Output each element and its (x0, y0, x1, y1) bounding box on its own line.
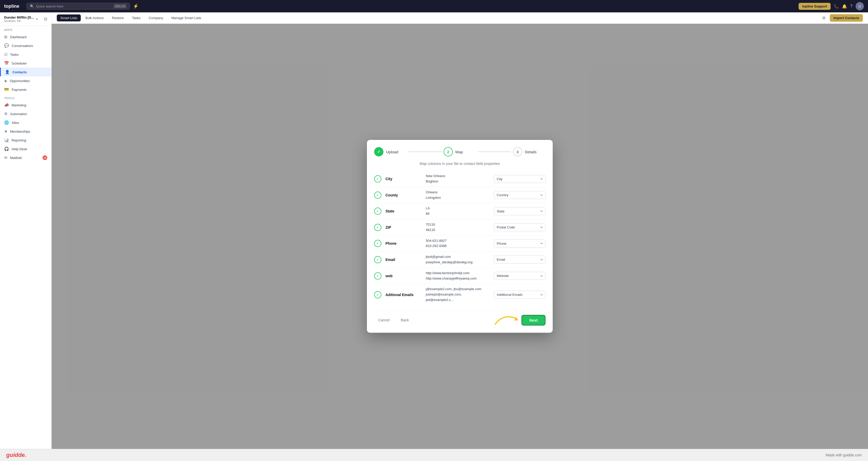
col-select-zip[interactable]: Postal Code Phone (494, 223, 546, 231)
col-samples-county: Orleans Livingston (426, 190, 490, 201)
select-email[interactable]: Email Phone (494, 255, 546, 264)
sidebar-item-label: Automation (10, 112, 27, 116)
sidebar-item-mailfold[interactable]: ✉ Mailfold 16 (0, 153, 51, 162)
modal-footer-left: Cancel Back (374, 316, 413, 324)
sidebar-item-opportunities[interactable]: ◈ Opportunities (0, 76, 51, 85)
sidebar-item-automation[interactable]: ⚙ Automation (0, 110, 51, 118)
mapping-row-additional-emails: ✓ Aditional Emails j@example2.com, jbu@e… (374, 284, 546, 305)
col-name-phone: Phone (385, 241, 422, 245)
col-select-state[interactable]: City Country State (494, 207, 546, 215)
mailfold-badge: 16 (42, 155, 47, 160)
step-upload: ✓ Upload (374, 147, 407, 156)
import-contacts-button[interactable]: Import Contacts (830, 14, 863, 22)
tab-manage-smart-lists[interactable]: Manage Smart Lists (168, 14, 205, 22)
conversations-icon: 💬 (4, 43, 9, 48)
sidebar: Dunder Mifflin [D... Scranton, PA ▾ ⊟ Ap… (0, 12, 52, 449)
select-zip[interactable]: Postal Code Phone (494, 223, 546, 231)
sidebar-item-label: Reporting (11, 139, 26, 142)
topnav-right: topline Support 📞 🔔 ? U (799, 2, 864, 10)
select-phone[interactable]: Phone Email (494, 240, 546, 248)
check-icon-zip: ✓ (374, 224, 381, 231)
mailfold-icon: ✉ (4, 155, 7, 160)
col-select-city[interactable]: City Country State Postal Code (494, 175, 546, 183)
mapping-row-email: ✓ Email jbutt@gmail.com josephine_darakj… (374, 252, 546, 268)
col-select-phone[interactable]: Phone Email (494, 240, 546, 248)
col-select-county[interactable]: City Country State (494, 191, 546, 199)
col-name-county: County (385, 193, 422, 197)
sidebar-item-dashboard[interactable]: ⊞ Dashboard (0, 33, 51, 41)
dashboard-icon: ⊞ (4, 35, 7, 39)
step-details: 3 Details (513, 147, 546, 156)
sidebar-item-label: Conversations (11, 44, 33, 48)
col-select-additional-emails[interactable]: Additional Emails Email (494, 290, 546, 299)
workspace-selector[interactable]: Dunder Mifflin [D... Scranton, PA ▾ ⊟ (0, 12, 51, 26)
col-samples-zip: 70116 48116 (426, 222, 490, 233)
select-additional-emails[interactable]: Additional Emails Email (494, 290, 546, 299)
guidde-credit: Made with guidde.com (826, 453, 862, 457)
main-layout: Dunder Mifflin [D... Scranton, PA ▾ ⊟ Ap… (0, 12, 868, 449)
bell-icon[interactable]: 🔔 (842, 4, 847, 9)
sidebar-item-sites[interactable]: 🌐 Sites (0, 118, 51, 127)
sidebar-item-conversations[interactable]: 💬 Conversations (0, 41, 51, 50)
tab-bulk-actions[interactable]: Bulk Actions (82, 14, 107, 22)
search-icon: 🔍 (30, 4, 34, 8)
sidebar-item-label: Sites (11, 121, 19, 125)
check-icon-city: ✓ (374, 175, 381, 183)
tasks-icon: ☑ (4, 52, 7, 57)
sidebar-item-marketing[interactable]: 📣 Marketing (0, 101, 51, 110)
check-icon-additional-emails: ✓ (374, 291, 381, 298)
payments-icon: 💳 (4, 87, 9, 92)
sidebar-item-contacts[interactable]: 👤 Contacts (0, 68, 51, 76)
tab-tasks[interactable]: Tasks (128, 14, 144, 22)
step-upload-label: Upload (386, 150, 398, 154)
back-button[interactable]: Back (397, 316, 413, 324)
select-state[interactable]: City Country State (494, 207, 546, 215)
app-logo: topline (4, 4, 19, 9)
cancel-button[interactable]: Cancel (374, 316, 394, 324)
step-map-label: Map (456, 150, 463, 154)
workspace-sub: Scranton, PA (4, 19, 34, 23)
col-name-state: State (385, 209, 422, 213)
svg-marker-0 (515, 317, 518, 320)
sidebar-item-scheduler[interactable]: 📅 Scheduler (0, 59, 51, 68)
sidebar-item-reporting[interactable]: 📊 Reporting (0, 136, 51, 145)
select-county[interactable]: City Country State (494, 191, 546, 199)
sites-icon: 🌐 (4, 120, 9, 125)
workspace-name: Dunder Mifflin [D... (4, 16, 34, 19)
step-upload-circle: ✓ (374, 147, 383, 156)
next-button[interactable]: Next (522, 315, 546, 326)
col-samples-state: LA MI (426, 206, 490, 217)
tab-company[interactable]: Company (145, 14, 167, 22)
step-details-label: Details (525, 150, 537, 154)
guidde-logo: guidde. (6, 452, 26, 458)
select-web[interactable]: Website Email (494, 272, 546, 280)
lightning-icon: ⚡ (133, 3, 138, 9)
tab-smart-lists[interactable]: Smart Lists (57, 14, 81, 22)
mapping-row-zip: ✓ ZIP 70116 48116 Postal Code Phone (374, 219, 546, 236)
search-placeholder: Quick search here (36, 4, 63, 8)
sidebar-item-label: Tasks (10, 53, 19, 57)
mapping-row-state: ✓ State LA MI City Country State (374, 203, 546, 219)
sidebar-item-payments[interactable]: 💳 Payments (0, 85, 51, 94)
col-select-email[interactable]: Email Phone (494, 255, 546, 264)
sidebar-item-label: Marketing (11, 103, 26, 107)
user-avatar[interactable]: U (856, 2, 864, 10)
modal-subtitle: Map columns in your file to contact fiel… (374, 161, 546, 166)
search-bar[interactable]: 🔍 Quick search here Ctrl + K (27, 3, 130, 9)
automation-icon: ⚙ (4, 112, 7, 116)
select-city[interactable]: City Country State Postal Code (494, 175, 546, 183)
sidebar-item-tasks[interactable]: ☑ Tasks (0, 50, 51, 59)
sidebar-item-helpdesk[interactable]: 🎧 Help Desk (0, 145, 51, 153)
phone-icon[interactable]: 📞 (834, 4, 839, 9)
support-button[interactable]: topline Support (799, 3, 831, 10)
col-select-web[interactable]: Website Email (494, 272, 546, 280)
settings-icon[interactable]: ⚙ (821, 14, 827, 22)
topnav: topline 🔍 Quick search here Ctrl + K ⚡ t… (0, 0, 868, 12)
tab-restore[interactable]: Restore (108, 14, 127, 22)
sidebar-item-memberships[interactable]: ★ Memberships (0, 127, 51, 136)
step-map: 2 Map (443, 147, 476, 156)
sidebar-item-label: Dashboard (10, 35, 27, 39)
memberships-icon: ★ (4, 129, 7, 134)
content-area: Smart Lists Bulk Actions Restore Tasks C… (52, 12, 868, 449)
help-icon[interactable]: ? (850, 4, 852, 8)
